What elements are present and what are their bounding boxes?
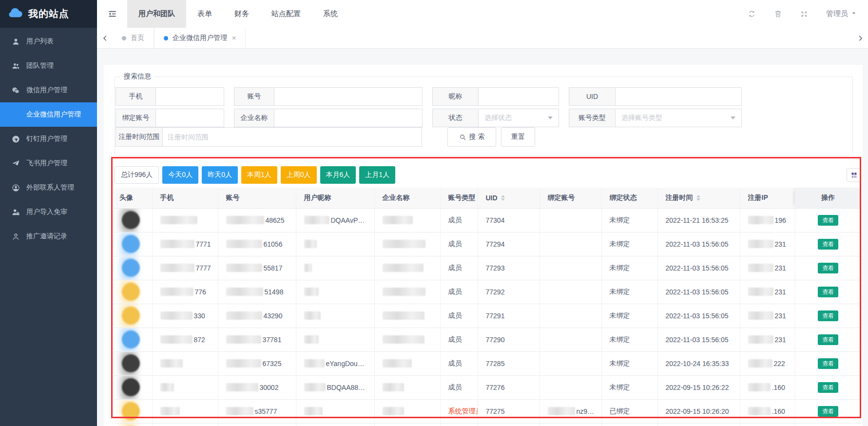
view-button[interactable]: 查看 — [818, 287, 838, 297]
nav-item-site-config[interactable]: 站点配置 — [260, 0, 312, 28]
reg-time-range-input[interactable] — [162, 127, 422, 147]
view-button[interactable]: 查看 — [818, 239, 838, 250]
collapse-sidebar-button[interactable] — [97, 0, 127, 28]
column-label: 注册IP — [748, 194, 768, 202]
view-button[interactable]: 查看 — [818, 310, 838, 321]
avatar-cell — [115, 280, 152, 304]
action-cell — [795, 423, 861, 426]
content-card: 搜索信息 手机账号昵称UID绑定账号企业名称状态 选择状态 账号类型 选择账号类… — [104, 65, 863, 426]
account-type-cell — [440, 423, 478, 426]
chevron-down-icon — [850, 10, 857, 18]
cell-text: 872 — [194, 336, 205, 344]
uid-input[interactable] — [615, 87, 742, 106]
sidebar-item-label: 用户导入免审 — [26, 208, 67, 216]
nav-item-finance[interactable]: 财务 — [223, 0, 260, 28]
user-menu[interactable]: 管理员 — [826, 9, 857, 19]
view-button[interactable]: 查看 — [818, 334, 838, 345]
bind-account-input[interactable] — [155, 109, 224, 127]
nav-item-system[interactable]: 系统 — [312, 0, 349, 28]
sidebar-item-wework-user-management[interactable]: 企业微信用户管理 — [0, 102, 97, 127]
reg-ip-cell: 231 — [740, 304, 795, 328]
stats-toolbar: 总计996人今天0人昨天0人本周1人上周0人本月6人上月1人 — [115, 166, 861, 184]
view-button[interactable]: 查看 — [818, 263, 838, 273]
reg-ip-cell: .160 — [740, 375, 795, 399]
phone-cell — [152, 208, 218, 232]
collapse-icon — [107, 9, 117, 19]
redacted-text — [304, 288, 319, 296]
avatar — [122, 402, 140, 420]
column-header-uid[interactable]: UID — [478, 188, 540, 208]
sidebar-item-feishu-user-management[interactable]: 飞书用户管理 — [0, 151, 97, 175]
phone-input[interactable] — [155, 87, 224, 106]
tabs-scroll-left-button[interactable] — [97, 28, 113, 48]
redacted-text — [383, 240, 425, 248]
stat-yesterday[interactable]: 昨天0人 — [202, 166, 238, 184]
cloud-icon — [6, 6, 24, 22]
account-type-cell: 成员 — [440, 208, 478, 232]
redacted-text — [226, 240, 262, 248]
company-cell — [374, 399, 440, 423]
column-settings-button[interactable] — [847, 168, 861, 182]
refresh-button[interactable] — [748, 10, 756, 18]
sidebar-item-dingtalk-user-management[interactable]: 钉钉用户管理 — [0, 127, 97, 151]
tab-home[interactable]: 首页 — [113, 28, 154, 48]
contact-icon — [12, 184, 20, 192]
reset-button[interactable]: 重置 — [501, 127, 535, 147]
account-input[interactable] — [274, 87, 423, 106]
reg-ip-cell: 222 — [740, 351, 795, 375]
uid-cell: 77294 — [478, 232, 540, 256]
sidebar-item-wechat-user-management[interactable]: 微信用户管理 — [0, 78, 97, 102]
select-placeholder: 选择账号类型 — [621, 114, 662, 122]
reg-time-cell: 2022-11-03 15:56:05 — [657, 256, 740, 280]
stat-today[interactable]: 今天0人 — [162, 166, 198, 184]
view-button[interactable]: 查看 — [818, 406, 838, 417]
nav-item-forms[interactable]: 表单 — [186, 0, 223, 28]
tab-wework-user-management[interactable]: 企业微信用户管理× — [154, 28, 246, 48]
status-select[interactable]: 选择状态 — [478, 109, 559, 127]
sidebar-item-label: 飞书用户管理 — [26, 159, 67, 168]
nav-item-users-teams[interactable]: 用户和团队 — [127, 0, 186, 28]
cell-text: .160 — [772, 407, 785, 415]
columns-icon — [850, 171, 858, 179]
sidebar-item-user-import-review[interactable]: 用户导入免审 — [0, 200, 97, 224]
column-header-reg-time[interactable]: 注册时间 — [657, 188, 740, 208]
nickname-input[interactable] — [478, 87, 559, 106]
account-type-cell: 成员 — [440, 328, 478, 351]
stat-total[interactable]: 总计996人 — [115, 166, 159, 184]
stat-last-month[interactable]: 上月1人 — [359, 166, 395, 184]
sidebar-item-promotion-invite-records[interactable]: 推广邀请记录 — [0, 224, 97, 249]
topnav-menu: 用户和团队表单财务站点配置系统 — [127, 0, 349, 28]
view-button[interactable]: 查看 — [818, 215, 838, 226]
action-cell: 查看 — [795, 304, 861, 328]
stat-this-month[interactable]: 本月6人 — [320, 166, 356, 184]
cell-text: 196 — [775, 216, 786, 224]
close-icon[interactable]: × — [232, 34, 236, 42]
redacted-text — [160, 240, 194, 248]
sidebar-item-external-contact-management[interactable]: 外部联系人管理 — [0, 175, 97, 200]
view-button[interactable]: 查看 — [818, 382, 838, 393]
cell-text: 222 — [774, 360, 785, 368]
company-cell — [374, 304, 440, 328]
sidebar-item-user-list[interactable]: 用户列表 — [0, 29, 97, 54]
search-form-rows: 手机账号昵称UID绑定账号企业名称状态 选择状态 账号类型 选择账号类型 — [115, 87, 852, 127]
bind-status-cell: 未绑定 — [601, 304, 657, 328]
sidebar-item-team-management[interactable]: 团队管理 — [0, 54, 97, 78]
action-cell: 查看 — [795, 256, 861, 280]
fullscreen-button[interactable] — [800, 10, 808, 18]
view-button[interactable]: 查看 — [818, 358, 838, 369]
field-reg-time-range: 注册时间范围 — [116, 127, 422, 147]
sort-icon[interactable] — [696, 195, 700, 201]
uid-cell: 77304 — [478, 208, 540, 232]
avatar — [122, 378, 140, 396]
uid-cell: 77290 — [478, 328, 540, 351]
stat-this-week[interactable]: 本周1人 — [241, 166, 277, 184]
sort-icon[interactable] — [501, 195, 505, 201]
account-type-select[interactable]: 选择账号类型 — [615, 109, 742, 127]
search-button[interactable]: 搜 索 — [447, 127, 496, 147]
trash-button[interactable] — [774, 10, 782, 18]
tabs-scroll-right-button[interactable] — [852, 28, 868, 48]
avatar-cell — [115, 375, 152, 399]
stat-last-week[interactable]: 上周0人 — [281, 166, 317, 184]
company-input[interactable] — [274, 109, 423, 127]
field-phone: 手机 — [116, 87, 224, 106]
